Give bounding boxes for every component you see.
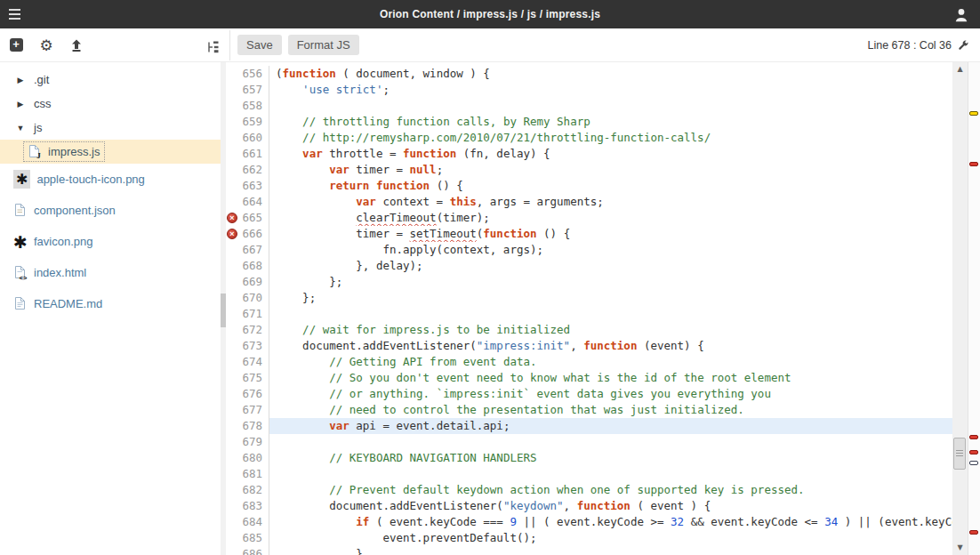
code-text[interactable]: }; xyxy=(269,274,952,290)
line-number-gutter[interactable]: 660 xyxy=(226,130,269,146)
line-number-gutter[interactable]: 659 xyxy=(226,114,269,130)
editor-settings-button[interactable] xyxy=(957,39,969,52)
new-item-button[interactable]: + xyxy=(8,37,24,53)
code-text[interactable]: // KEYBOARD NAVIGATION HANDLERS xyxy=(269,450,952,466)
annotation-error-mark[interactable] xyxy=(969,450,978,454)
line-number-gutter[interactable]: 662 xyxy=(226,162,269,178)
code-text[interactable]: (function ( document, window ) { xyxy=(269,66,952,82)
code-text[interactable]: var throttle = function (fn, delay) { xyxy=(269,146,952,162)
file-text-icon xyxy=(13,296,28,311)
code-text[interactable]: var context = this, args = arguments; xyxy=(269,194,952,210)
line-number-gutter[interactable]: 673 xyxy=(226,338,269,354)
format-js-button[interactable]: Format JS xyxy=(288,35,359,55)
tree-item-favicon-png[interactable]: ✱favicon.png xyxy=(0,226,221,257)
annotation-error-mark[interactable] xyxy=(969,530,978,535)
line-number-gutter[interactable]: 669 xyxy=(226,274,269,290)
folder-expanded-icon[interactable]: ▼ xyxy=(13,124,28,133)
line-number-gutter[interactable]: 684 xyxy=(226,514,269,530)
annotation-error-mark[interactable] xyxy=(969,162,978,166)
line-number-gutter[interactable]: 661 xyxy=(226,146,269,162)
scroll-down-arrow-icon[interactable]: ▼ xyxy=(952,541,968,555)
tree-item-css[interactable]: ▶css xyxy=(0,92,221,116)
code-line-683: 683 document.addEventListener("keydown",… xyxy=(226,498,952,514)
tree-item-impress-js[interactable]: Jimpress.js xyxy=(0,140,221,164)
line-number-gutter[interactable]: 668 xyxy=(226,258,269,274)
code-text[interactable]: return function () { xyxy=(269,178,952,194)
line-number-gutter[interactable]: 657 xyxy=(226,82,269,98)
user-profile-icon[interactable] xyxy=(953,7,969,23)
line-number-gutter[interactable]: ×665 xyxy=(226,210,269,226)
tree-item-apple-touch-icon-png[interactable]: ✱apple-touch-icon.png xyxy=(0,164,221,195)
annotation-other-mark[interactable] xyxy=(969,461,978,465)
line-number-gutter[interactable]: ×666 xyxy=(226,226,269,242)
line-number-gutter[interactable]: 663 xyxy=(226,178,269,194)
code-text[interactable]: clearTimeout(timer); xyxy=(269,210,952,226)
line-number-gutter[interactable]: 677 xyxy=(226,402,269,418)
code-text[interactable]: }; xyxy=(269,290,952,306)
code-text[interactable] xyxy=(269,306,952,322)
editor-scrollbar-thumb[interactable] xyxy=(953,438,966,470)
line-number-gutter[interactable]: 674 xyxy=(226,354,269,370)
upload-button[interactable] xyxy=(68,37,84,53)
line-number-gutter[interactable]: 671 xyxy=(226,306,269,322)
code-text[interactable]: } xyxy=(269,546,952,555)
code-text[interactable]: // Getting API from event data. xyxy=(269,354,952,370)
line-number-gutter[interactable]: 670 xyxy=(226,290,269,306)
code-text[interactable]: // So you don't event need to know what … xyxy=(269,370,952,386)
line-number-gutter[interactable]: 679 xyxy=(226,434,269,450)
settings-button[interactable]: ⚙ xyxy=(38,37,54,53)
code-text[interactable]: // Prevent default keydown action when o… xyxy=(269,482,952,498)
annotation-error-mark[interactable] xyxy=(969,435,978,439)
line-number-gutter[interactable]: 682 xyxy=(226,482,269,498)
code-text[interactable] xyxy=(269,98,952,114)
line-number-gutter[interactable]: 664 xyxy=(226,194,269,210)
save-button[interactable]: Save xyxy=(237,35,282,55)
line-number-gutter[interactable]: 676 xyxy=(226,386,269,402)
outline-view-button[interactable] xyxy=(205,39,221,55)
code-text[interactable]: fn.apply(context, args); xyxy=(269,242,952,258)
code-text[interactable]: 'use strict'; xyxy=(269,82,952,98)
code-text[interactable]: // http://remysharp.com/2010/07/21/throt… xyxy=(269,130,952,146)
code-text[interactable]: document.addEventListener("keydown", fun… xyxy=(269,498,952,514)
line-number-gutter[interactable]: 672 xyxy=(226,322,269,338)
code-line-673: 673 document.addEventListener("impress:i… xyxy=(226,338,952,354)
code-text[interactable]: if ( event.keyCode === 9 || ( event.keyC… xyxy=(269,514,952,530)
scroll-up-arrow-icon[interactable]: ▲ xyxy=(952,62,968,76)
line-number-gutter[interactable]: 685 xyxy=(226,530,269,546)
code-text[interactable]: // or anything. `impress:init` event dat… xyxy=(269,386,952,402)
tree-item-readme-md[interactable]: README.md xyxy=(0,288,221,319)
code-text[interactable]: }, delay); xyxy=(269,258,952,274)
line-number-gutter[interactable]: 675 xyxy=(226,370,269,386)
code-line-665: ×665 clearTimeout(timer); xyxy=(226,210,952,226)
code-text[interactable] xyxy=(269,466,952,482)
line-number-gutter[interactable]: 681 xyxy=(226,466,269,482)
editor-scrollbar[interactable]: ▲ ▼ xyxy=(952,62,968,555)
code-editor[interactable]: 656(function ( document, window ) {657 '… xyxy=(226,62,952,555)
annotation-warning-mark[interactable] xyxy=(969,111,978,116)
line-number-gutter[interactable]: 680 xyxy=(226,450,269,466)
code-text[interactable]: // need to control the presentation that… xyxy=(269,402,952,418)
code-text[interactable]: document.addEventListener("impress:init"… xyxy=(269,338,952,354)
code-text-current-line[interactable]: var api = event.detail.api; xyxy=(269,418,952,434)
code-text[interactable] xyxy=(269,434,952,450)
folder-collapsed-icon[interactable]: ▶ xyxy=(13,76,28,84)
tree-item-js[interactable]: ▼js xyxy=(0,116,221,140)
code-text[interactable]: // throttling function calls, by Remy Sh… xyxy=(269,114,952,130)
line-number-gutter[interactable]: 656 xyxy=(226,66,269,82)
line-number-gutter[interactable]: 686 xyxy=(226,546,269,555)
line-number-gutter[interactable]: 667 xyxy=(226,242,269,258)
folder-collapsed-icon[interactable]: ▶ xyxy=(13,100,28,109)
code-text[interactable]: var timer = null; xyxy=(269,162,952,178)
line-number-gutter[interactable]: 683 xyxy=(226,498,269,514)
tree-item-index-html[interactable]: <>index.html xyxy=(0,257,221,288)
line-number-gutter[interactable]: 678 xyxy=(226,418,269,434)
error-marker-icon[interactable]: × xyxy=(227,213,237,223)
tree-item-component-json[interactable]: component.json xyxy=(0,195,221,226)
code-line-684: 684 if ( event.keyCode === 9 || ( event.… xyxy=(226,514,952,530)
code-text[interactable]: // wait for impress.js to be initialized xyxy=(269,322,952,338)
line-number-gutter[interactable]: 658 xyxy=(226,98,269,114)
code-text[interactable]: timer = setTimeout(function () { xyxy=(269,226,952,242)
code-text[interactable]: event.preventDefault(); xyxy=(269,530,952,546)
tree-item--git[interactable]: ▶.git xyxy=(0,68,221,92)
error-marker-icon[interactable]: × xyxy=(227,229,237,239)
